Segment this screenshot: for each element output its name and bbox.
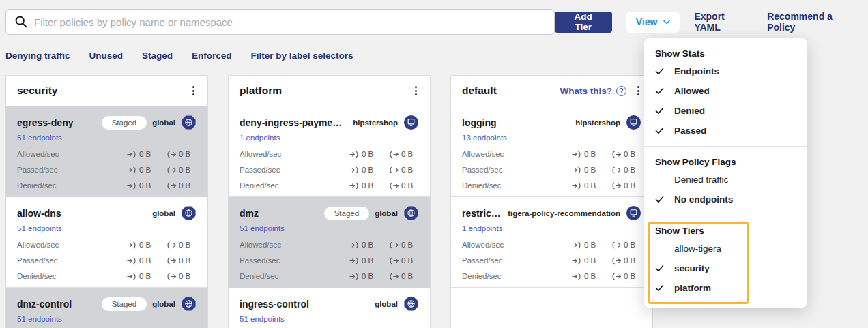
endpoints-link[interactable]: 51 endpoints [17,224,62,233]
scope-label: global [375,300,398,308]
stat-row: Allowed/sec 0 B 0 B [240,149,419,159]
tier-menu-button[interactable] [190,83,197,98]
stat-out-value: 0 B [624,272,635,280]
toolbar: Add Tier View Export YAML Recommend a Po… [0,0,868,35]
filter-denying-traffic[interactable]: Denying traffic [5,50,70,61]
ingress-icon [572,241,581,249]
ingress-icon [127,166,136,174]
egress-icon [611,151,621,158]
menu-item-label: Denied [674,106,705,116]
egress-icon [389,151,399,158]
menu-item-label: Allowed [674,86,710,96]
filter-unused[interactable]: Unused [89,50,124,61]
endpoints-link[interactable]: 1 endpoints [462,224,502,233]
policy-title: allow-dns [17,208,147,219]
menu-item-denied[interactable]: Denied [655,101,796,121]
staged-badge: Staged [324,207,369,220]
stat-label: Denied/sec [17,181,57,190]
stat-label: Allowed/sec [240,150,281,158]
menu-item-label: security [674,263,710,273]
add-tier-button[interactable]: Add Tier [555,12,612,33]
policy-title: dmz-control [17,299,96,310]
scope-label: global [152,209,175,218]
policy-card-logging[interactable]: logging hipstershop 13 endpoints Allowed… [451,106,652,197]
stat-in-value: 0 B [362,272,373,280]
policy-card-dmz[interactable]: dmz Staged global 51 endpoints Allowed/s… [229,197,430,288]
menu-item-security[interactable]: security [655,258,796,278]
tier-menu-button[interactable] [413,83,419,98]
menu-item-platform[interactable]: platform [655,278,796,298]
stat-in-value: 0 B [139,150,151,158]
recommend-policy-link[interactable]: Recommend a Policy [767,11,863,33]
view-button[interactable]: View [626,12,680,33]
egress-icon [389,273,399,280]
egress-icon [611,166,621,174]
ingress-icon [572,182,581,190]
check-icon [655,87,668,95]
filter-staged[interactable]: Staged [142,50,173,61]
tier-column-security: security egress-deny Staged global 51 en… [5,75,208,328]
policy-card-deny-ingress[interactable]: deny-ingress-paymentservi… hipstershop 1… [229,106,430,197]
endpoints-link[interactable]: 51 endpoints [240,315,285,323]
tier-menu-button[interactable] [635,83,641,98]
whats-this-link[interactable]: Whats this? ? [560,86,627,96]
menu-item-endpoints[interactable]: Endpoints [655,61,796,81]
stat-in-value: 0 B [362,241,373,249]
endpoints-link[interactable]: 1 endpoints [240,134,280,142]
stat-row: Passed/sec 0 B 0 B [17,165,197,175]
endpoints-link[interactable]: 13 endpoints [462,134,507,142]
egress-icon [389,257,399,265]
stat-out-value: 0 B [401,256,413,265]
policy-card-dmz-control[interactable]: dmz-control Staged global 51 endpoints [6,288,207,328]
stat-label: Allowed/sec [462,241,504,249]
endpoints-link[interactable]: 51 endpoints [240,224,285,233]
menu-item-denied-traffic[interactable]: Denied traffic [655,170,796,190]
view-button-label: View [636,16,658,27]
stat-out-value: 0 B [624,150,635,158]
menu-section-show-stats: Show Stats Endpoints Allowed Denied Pass… [644,38,807,146]
egress-icon [167,241,176,249]
menu-item-label: Denied traffic [674,175,728,185]
stat-row: Denied/sec 0 B 0 B [17,181,197,190]
menu-item-allowed[interactable]: Allowed [655,81,796,101]
policy-card-restricted[interactable]: restricted tigera-policy-recommendation … [451,197,652,288]
check-icon [655,127,668,134]
menu-item-passed[interactable]: Passed [655,121,796,140]
chevron-down-icon [663,20,670,25]
search-input[interactable] [34,16,546,28]
stat-row: Passed/sec 0 B 0 B [462,165,641,175]
menu-section-title: Show Stats [655,46,796,61]
whats-this-label: Whats this? [560,86,613,96]
stat-label: Denied/sec [240,272,279,280]
ingress-icon [349,257,359,265]
stat-out-value: 0 B [624,166,635,174]
scope-label: global [375,209,398,218]
menu-item-label: Passed [674,125,706,136]
egress-icon [611,182,621,190]
menu-section-show-tiers: Show Tiers allow-tigera security platfor… [644,215,807,303]
scope-label: hipstershop [575,119,620,127]
egress-icon [611,241,621,249]
ingress-icon [127,257,136,265]
ingress-icon [572,273,581,280]
menu-item-label: platform [674,283,711,293]
menu-section-title: Show Policy Flags [655,155,796,170]
menu-item-no-endpoints[interactable]: No endpoints [655,190,796,209]
filter-label-selectors[interactable]: Filter by label selectors [251,50,353,61]
endpoints-link[interactable]: 51 endpoints [17,134,62,142]
filter-enforced[interactable]: Enforced [192,50,232,61]
endpoints-link[interactable]: 51 endpoints [17,315,62,323]
policy-card-egress-deny[interactable]: egress-deny Staged global 51 endpoints A… [6,106,207,197]
menu-item-label: Endpoints [674,66,719,76]
policy-card-ingress-control[interactable]: ingress-control global 51 endpoints [229,288,430,328]
stat-label: Denied/sec [17,272,57,280]
export-yaml-link[interactable]: Export YAML [694,11,753,33]
stat-label: Passed/sec [17,256,57,265]
global-icon [403,205,419,221]
menu-item-allow-tigera[interactable]: allow-tigera [655,239,796,258]
stat-out-value: 0 B [624,256,635,265]
policy-card-allow-dns[interactable]: allow-dns global 51 endpoints Allowed/se… [6,197,207,288]
egress-icon [167,166,176,174]
stat-in-value: 0 B [139,256,151,265]
stat-out-value: 0 B [624,181,635,190]
